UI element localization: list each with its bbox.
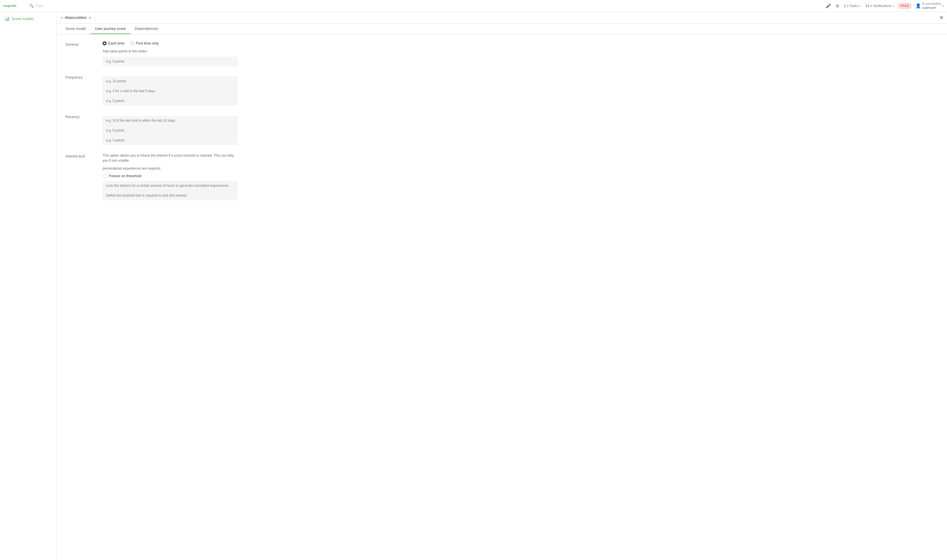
topbar-right: 🎤 ⊞ 1 ● Tasks ▾ 14 ● Notifications ▾ PRO… bbox=[826, 2, 944, 9]
interest-lock-desc-2: personalized experiences are required. bbox=[103, 166, 238, 171]
interest-lock-desc-1: This option allows you to freeze the int… bbox=[103, 153, 238, 163]
close-tab-button[interactable]: ✕ bbox=[88, 15, 92, 20]
user-menu[interactable]: 👤 E-com Author superuser ▾ bbox=[915, 2, 944, 9]
add-value-description: Add value points to the visitor: bbox=[103, 49, 238, 54]
subtabs: Score model User journey score Dependenc… bbox=[56, 24, 947, 34]
interest-lock-field-1[interactable] bbox=[103, 181, 238, 191]
apps-icon[interactable]: ⊞ bbox=[836, 3, 839, 8]
general-section: General Each time First time only bbox=[65, 41, 938, 66]
sidebar-item-score-models[interactable]: 📊 Score models bbox=[0, 14, 56, 23]
svg-text:magnolia: magnolia bbox=[3, 4, 16, 7]
content-area: General Each time First time only bbox=[56, 34, 947, 560]
general-label: General bbox=[65, 41, 94, 66]
tab-dependencies[interactable]: Dependencies bbox=[130, 24, 163, 34]
magnolia-logo[interactable]: magnolia bbox=[3, 2, 26, 10]
freeze-checkbox-label: Freeze on threshold bbox=[109, 174, 142, 178]
frequency-field-2[interactable] bbox=[103, 86, 238, 96]
tab-score-model[interactable]: Score model bbox=[61, 24, 91, 34]
main-layout: 📊 Score models + /Male/untitled ✕ ✕ Scor… bbox=[0, 12, 947, 560]
close-icon: ✕ bbox=[88, 15, 92, 20]
search-placeholder: Find... bbox=[35, 4, 46, 8]
frequency-section: Frequency bbox=[65, 74, 938, 106]
notifications-chevron: ▾ bbox=[893, 4, 894, 7]
author-label: E-com Author bbox=[922, 2, 941, 6]
recency-label: Recency bbox=[65, 114, 94, 145]
freeze-on-threshold-checkbox[interactable]: Freeze on threshold bbox=[103, 174, 238, 178]
search-bar[interactable]: 🔍 Find... bbox=[29, 4, 142, 8]
recency-section: Recency bbox=[65, 114, 938, 145]
score-models-icon: 📊 bbox=[5, 16, 9, 21]
general-body: Each time First time only Add value poin… bbox=[103, 41, 238, 66]
user-label: superuser bbox=[922, 6, 941, 9]
plus-icon: + bbox=[60, 15, 63, 20]
recency-field-3[interactable] bbox=[103, 135, 238, 145]
frequency-field-3[interactable] bbox=[103, 96, 238, 106]
main-panel: + /Male/untitled ✕ ✕ Score model User jo… bbox=[56, 12, 947, 560]
general-value-input[interactable] bbox=[103, 57, 238, 66]
frequency-field-1[interactable] bbox=[103, 76, 238, 86]
user-icon: 👤 bbox=[915, 3, 921, 8]
radio-first-time[interactable]: First time only bbox=[130, 41, 159, 45]
interest-lock-body: This option allows you to freeze the int… bbox=[103, 153, 238, 200]
tab-user-journey-score[interactable]: User journey score bbox=[91, 24, 130, 34]
interest-lock-label: Interest lock bbox=[65, 153, 94, 200]
search-icon: 🔍 bbox=[29, 4, 34, 8]
interest-lock-input-group bbox=[103, 181, 238, 200]
scoring-mode-radios: Each time First time only bbox=[103, 41, 238, 45]
recency-field-2[interactable] bbox=[103, 126, 238, 135]
radio-first-time-label: First time only bbox=[136, 41, 159, 45]
notifications-button[interactable]: 14 ● Notifications ▾ bbox=[865, 4, 894, 8]
interest-lock-section: Interest lock This option allows you to … bbox=[65, 153, 938, 200]
tab-path-label: /Male/untitled bbox=[65, 15, 86, 20]
microphone-icon[interactable]: 🎤 bbox=[826, 3, 831, 8]
freeze-checkbox-box bbox=[103, 174, 106, 178]
close-panel-icon: ✕ bbox=[939, 15, 944, 20]
frequency-label: Frequency bbox=[65, 74, 94, 106]
interest-lock-field-2[interactable] bbox=[103, 191, 238, 200]
radio-first-time-circle bbox=[130, 42, 134, 45]
tasks-label: Tasks bbox=[850, 4, 859, 8]
radio-each-time-circle bbox=[103, 42, 106, 45]
new-tab-button[interactable]: + /Male/untitled ✕ bbox=[56, 12, 96, 23]
tasks-count: 1 bbox=[844, 4, 846, 8]
frequency-input-group bbox=[103, 76, 238, 106]
recency-body bbox=[103, 114, 238, 145]
frequency-body bbox=[103, 74, 238, 106]
notifications-count: 14 bbox=[865, 4, 869, 8]
radio-each-time-label: Each time bbox=[108, 41, 125, 45]
env-badge[interactable]: PROD bbox=[899, 4, 911, 8]
notifications-label: Notifications bbox=[873, 4, 892, 8]
user-chevron: ▾ bbox=[942, 4, 944, 7]
tasks-button[interactable]: 1 ● Tasks ▾ bbox=[844, 4, 861, 8]
recency-input-group bbox=[103, 116, 238, 145]
sidebar: 📊 Score models bbox=[0, 12, 56, 560]
tasks-chevron: ▾ bbox=[859, 4, 861, 7]
radio-each-time[interactable]: Each time bbox=[103, 41, 125, 45]
close-panel-button[interactable]: ✕ bbox=[936, 15, 947, 21]
sidebar-item-label: Score models bbox=[12, 17, 34, 21]
tabs-bar: + /Male/untitled ✕ ✕ bbox=[56, 12, 947, 24]
topbar: magnolia 🔍 Find... 🎤 ⊞ 1 ● Tasks ▾ 14 ● … bbox=[0, 0, 947, 12]
general-input-group bbox=[103, 57, 238, 66]
recency-field-1[interactable] bbox=[103, 116, 238, 126]
